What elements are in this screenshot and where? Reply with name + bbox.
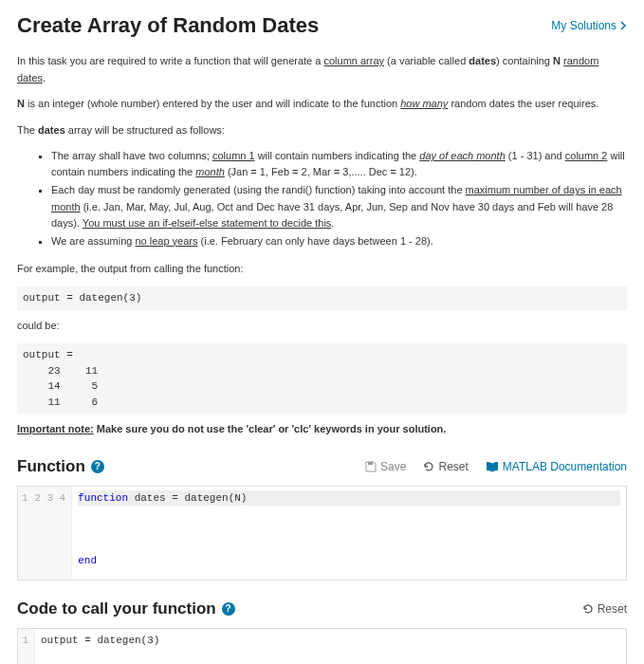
- my-solutions-label: My Solutions: [551, 19, 616, 32]
- svg-rect-0: [368, 462, 373, 465]
- help-icon[interactable]: ?: [222, 602, 235, 616]
- example-code-2: output = 23 11 14 5 11 6: [17, 343, 627, 414]
- line-gutter: 1: [18, 629, 35, 664]
- page-title: Create Array of Random Dates: [17, 13, 319, 38]
- reset-icon: [423, 461, 434, 472]
- line-gutter: 1 2 3 4: [18, 487, 72, 580]
- my-solutions-link[interactable]: My Solutions: [551, 19, 627, 32]
- list-item: The array shall have two columns; column…: [51, 148, 627, 180]
- help-icon[interactable]: ?: [91, 460, 104, 473]
- reset-icon: [582, 603, 594, 615]
- reset-button[interactable]: Reset: [423, 460, 468, 473]
- code-area[interactable]: output = dategen(3): [35, 629, 626, 664]
- code-area[interactable]: function dates = dategen(N) end: [72, 487, 626, 580]
- example-code-1: output = dategen(3): [17, 286, 627, 310]
- function-editor[interactable]: 1 2 3 4 function dates = dategen(N) end: [17, 486, 627, 581]
- matlab-doc-link[interactable]: MATLAB Documentation: [486, 460, 627, 473]
- function-section-title: Function: [17, 457, 85, 476]
- reset-caller-button[interactable]: Reset: [582, 602, 627, 616]
- caller-editor[interactable]: 1 output = dategen(3): [17, 628, 627, 664]
- chevron-right-icon: [620, 21, 627, 30]
- problem-description: In this task you are required to write a…: [17, 53, 627, 438]
- save-button[interactable]: Save: [365, 460, 406, 473]
- caller-section-title: Code to call your function: [17, 599, 216, 618]
- book-icon: [486, 461, 499, 472]
- list-item: We are assuming no leap years (i.e. Febr…: [51, 233, 627, 249]
- save-icon: [365, 461, 377, 472]
- list-item: Each day must be randomly generated (usi…: [51, 182, 627, 231]
- important-note: Important note: Make sure you do not use…: [17, 421, 627, 438]
